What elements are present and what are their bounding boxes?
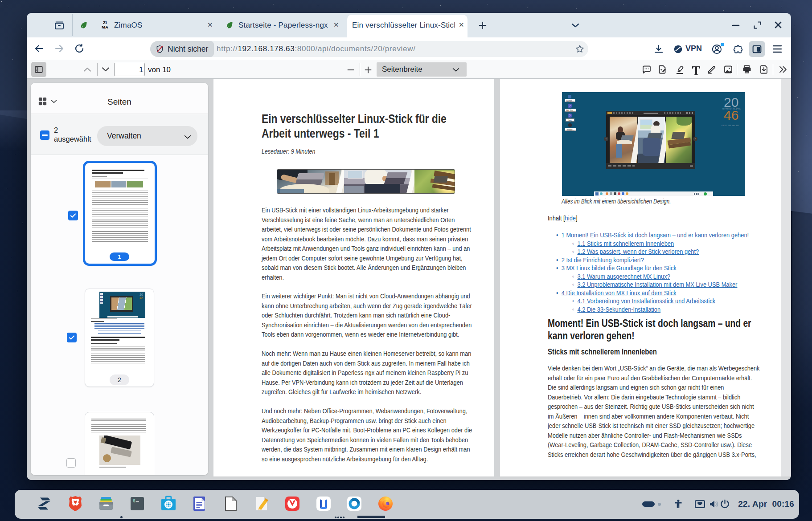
svg-text:$: $ <box>133 499 135 504</box>
